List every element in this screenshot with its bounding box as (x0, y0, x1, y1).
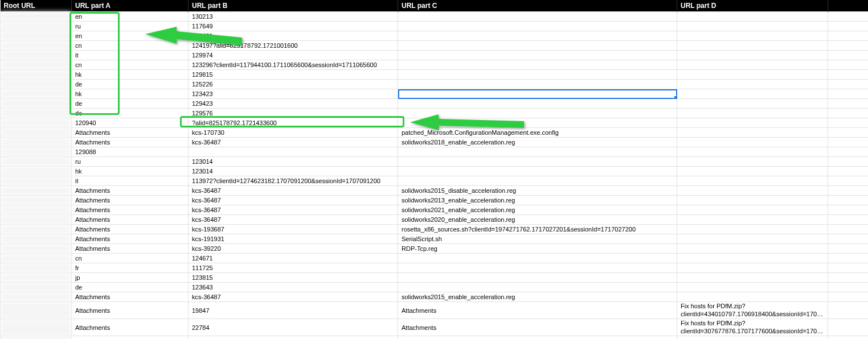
cell[interactable] (828, 157, 869, 167)
cell[interactable] (398, 273, 677, 283)
cell[interactable] (828, 51, 869, 60)
cell[interactable] (398, 109, 677, 118)
cell[interactable] (398, 99, 677, 109)
cell[interactable] (828, 31, 869, 41)
cell[interactable]: xxxxx (1, 263, 72, 273)
header-b[interactable]: URL part B (189, 0, 398, 12)
cell[interactable]: solidworks2020_enable_acceleration.reg (398, 215, 677, 225)
cell[interactable]: Attachments (72, 225, 189, 234)
cell[interactable]: patched_Microsoft.ConfigurationManagemen… (398, 128, 677, 138)
cell[interactable]: xxxxx (1, 283, 72, 292)
cell[interactable]: Attachments (72, 138, 189, 147)
cell[interactable]: kcs-39220 (189, 244, 398, 254)
cell[interactable]: cn (72, 60, 189, 70)
cell[interactable] (828, 41, 869, 51)
cell[interactable] (828, 12, 869, 22)
cell[interactable]: solidworks2015_disable_acceleration.reg (398, 186, 677, 196)
cell[interactable] (828, 234, 869, 244)
cell[interactable]: xxxxx (1, 70, 72, 80)
cell[interactable]: 124421 (189, 31, 398, 41)
cell[interactable] (677, 205, 828, 215)
cell[interactable]: xxxxx (1, 234, 72, 244)
cell[interactable] (677, 157, 828, 167)
cell[interactable]: RDP-Tcp.reg (398, 244, 677, 254)
cell[interactable] (677, 60, 828, 70)
cell[interactable]: solidworks2018_enable_acceleration.reg (398, 138, 677, 147)
cell[interactable]: 117649 (189, 22, 398, 31)
cell[interactable] (828, 167, 869, 176)
cell[interactable] (677, 292, 828, 302)
cell[interactable]: Attachments (72, 215, 189, 225)
cell[interactable] (398, 51, 677, 60)
cell[interactable]: Attachments (72, 205, 189, 215)
cell[interactable] (828, 319, 869, 336)
cell[interactable] (398, 60, 677, 70)
cell[interactable]: en (72, 31, 189, 41)
cell[interactable]: Attachments (72, 128, 189, 138)
cell[interactable] (677, 263, 828, 273)
cell[interactable] (398, 263, 677, 273)
cell[interactable]: en (72, 12, 189, 22)
cell[interactable]: Attachments (72, 292, 189, 302)
cell[interactable] (677, 70, 828, 80)
cell[interactable]: xxxxx (1, 89, 72, 99)
cell[interactable]: kcs-36487 (189, 292, 398, 302)
cell[interactable]: xxxxx (1, 128, 72, 138)
cell[interactable]: 123423 (189, 89, 398, 99)
cell[interactable]: Attachments (72, 244, 189, 254)
cell[interactable] (828, 118, 869, 128)
cell[interactable]: xxxxx (1, 336, 72, 340)
cell[interactable] (677, 31, 828, 41)
cell[interactable]: 125226 (189, 80, 398, 89)
cell[interactable]: de (72, 283, 189, 292)
cell[interactable] (677, 147, 828, 157)
cell[interactable] (677, 283, 828, 292)
cell[interactable]: 124197?alid=825178792.1721001600 (189, 41, 398, 51)
cell[interactable] (398, 22, 677, 31)
cell[interactable]: xxxxx (1, 186, 72, 196)
cell[interactable]: kcs-36487 (189, 205, 398, 215)
cell[interactable]: xxxxx (1, 99, 72, 109)
cell[interactable]: xxxxx (1, 80, 72, 89)
cell[interactable] (828, 254, 869, 263)
header-c[interactable]: URL part C (398, 0, 677, 12)
cell[interactable] (828, 263, 869, 273)
cell[interactable] (398, 283, 677, 292)
cell[interactable]: rosetta_x86_sources.sh?clientId=19742717… (398, 225, 677, 234)
cell[interactable]: de (72, 109, 189, 118)
cell[interactable] (398, 336, 677, 340)
cell[interactable]: xxxxx (1, 22, 72, 31)
cell[interactable] (398, 118, 677, 128)
cell[interactable]: 130213 (189, 12, 398, 22)
header-extra[interactable] (828, 0, 869, 12)
cell[interactable] (677, 167, 828, 176)
cell[interactable]: ru (72, 157, 189, 167)
cell[interactable]: Attachments (398, 302, 677, 319)
cell[interactable] (828, 70, 869, 80)
cell[interactable] (189, 336, 398, 340)
cell[interactable] (828, 22, 869, 31)
cell[interactable] (828, 205, 869, 215)
cell[interactable] (828, 273, 869, 283)
cell[interactable]: solidworks2013_enable_acceleration.reg (398, 196, 677, 205)
cell[interactable]: xxxxx (1, 109, 72, 118)
cell[interactable]: 123815 (189, 273, 398, 283)
cell[interactable]: Attachments (398, 319, 677, 336)
cell[interactable] (828, 80, 869, 89)
cell[interactable]: 123014 (189, 167, 398, 176)
cell[interactable]: xxxxx (1, 254, 72, 263)
cell[interactable] (677, 80, 828, 89)
cell[interactable]: xxxxx (1, 302, 72, 319)
cell[interactable] (677, 234, 828, 244)
cell[interactable] (677, 196, 828, 205)
cell[interactable]: ru (72, 22, 189, 31)
cell[interactable] (189, 147, 398, 157)
cell[interactable] (677, 99, 828, 109)
cell[interactable] (677, 138, 828, 147)
cell[interactable]: hk (72, 70, 189, 80)
cell[interactable] (398, 167, 677, 176)
cell[interactable]: 22784 (189, 319, 398, 336)
cell[interactable]: xxxxx (1, 244, 72, 254)
cell[interactable] (398, 70, 677, 80)
cell[interactable] (828, 128, 869, 138)
